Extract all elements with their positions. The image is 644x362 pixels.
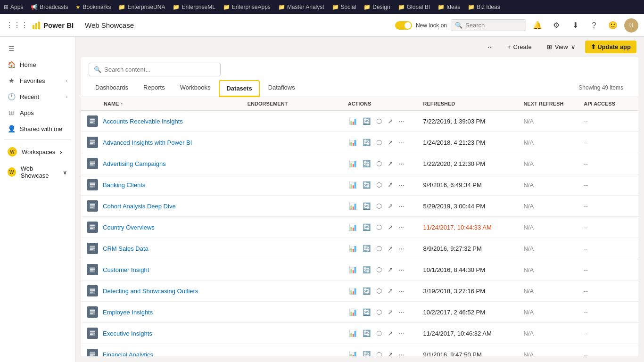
refresh-action-icon[interactable]: 🔄 [362, 159, 372, 168]
tab-datasets[interactable]: Datasets [219, 80, 259, 97]
help-button[interactable]: ? [586, 18, 602, 33]
top-nav-design[interactable]: 📁 Design [363, 4, 390, 10]
user-avatar[interactable]: U [624, 18, 638, 33]
tab-dataflows[interactable]: Dataflows [262, 80, 302, 97]
tab-dashboards[interactable]: Dashboards [89, 80, 135, 97]
analyze-action-icon[interactable]: ⬡ [375, 307, 383, 317]
tab-workbooks[interactable]: Workbooks [173, 80, 217, 97]
dataset-name[interactable]: CRM Sales Data [103, 245, 149, 252]
download-button[interactable]: ⬇ [568, 18, 583, 33]
refresh-action-icon[interactable]: 🔄 [362, 350, 372, 356]
analyze-action-icon[interactable]: ⬡ [375, 244, 383, 253]
refresh-action-icon[interactable]: 🔄 [362, 116, 372, 126]
analytics-action-icon[interactable]: 📊 [348, 116, 358, 126]
dataset-name[interactable]: Country Overviews [103, 224, 155, 231]
header-search-input[interactable] [465, 22, 522, 29]
dataset-name[interactable]: Cohort Analysis Deep Dive [103, 203, 176, 210]
share-action-icon[interactable]: ↗ [387, 138, 394, 147]
share-action-icon[interactable]: ↗ [387, 286, 394, 296]
notifications-button[interactable]: 🔔 [530, 18, 545, 33]
col-header-api-access[interactable]: API ACCESS [578, 97, 638, 111]
dataset-name[interactable]: Detecting and Showcasing Outliers [103, 288, 198, 295]
refresh-action-icon[interactable]: 🔄 [362, 222, 372, 232]
sidebar-item-recent[interactable]: 🕐 Recent › [2, 89, 73, 104]
more-action-icon[interactable]: ··· [398, 180, 405, 189]
sidebar-item-web-showcase[interactable]: W Web Showcase ∨ [2, 161, 73, 183]
analytics-action-icon[interactable]: 📊 [348, 307, 358, 317]
sidebar-item-workspaces[interactable]: W Workspaces › [2, 143, 73, 160]
more-action-icon[interactable]: ··· [398, 116, 405, 126]
analyze-action-icon[interactable]: ⬡ [375, 201, 383, 211]
create-button[interactable]: + Create [502, 41, 537, 53]
content-search-input[interactable] [104, 66, 215, 73]
more-action-icon[interactable]: ··· [398, 350, 405, 356]
analyze-action-icon[interactable]: ⬡ [375, 350, 383, 356]
more-action-icon[interactable]: ··· [398, 286, 405, 296]
emoji-button[interactable]: 🙂 [605, 18, 620, 33]
analyze-action-icon[interactable]: ⬡ [375, 116, 383, 126]
analytics-action-icon[interactable]: 📊 [348, 286, 358, 296]
new-look-toggle[interactable] [395, 21, 412, 30]
dataset-name[interactable]: Accounts Receivable Insights [103, 118, 183, 125]
refresh-action-icon[interactable]: 🔄 [362, 265, 372, 274]
sidebar-item-favorites[interactable]: ★ Favorites › [2, 73, 73, 88]
view-button[interactable]: ⊞ View ∨ [541, 41, 581, 53]
analytics-action-icon[interactable]: 📊 [348, 329, 358, 338]
grid-menu-icon[interactable]: ⋮⋮⋮ [6, 21, 28, 30]
content-search-box[interactable]: 🔍 [89, 63, 221, 76]
analytics-action-icon[interactable]: 📊 [348, 138, 358, 147]
more-action-icon[interactable]: ··· [398, 244, 405, 253]
dataset-name[interactable]: Financial Analytics [103, 351, 153, 357]
top-nav-enterprisedna[interactable]: 📁 EnterpriseDNA [118, 4, 165, 10]
analytics-action-icon[interactable]: 📊 [348, 265, 358, 274]
share-action-icon[interactable]: ↗ [387, 329, 394, 338]
col-header-refreshed[interactable]: REFRESHED [417, 97, 518, 111]
analytics-action-icon[interactable]: 📊 [348, 159, 358, 168]
share-action-icon[interactable]: ↗ [387, 265, 394, 274]
analyze-action-icon[interactable]: ⬡ [375, 286, 383, 296]
dataset-name[interactable]: Customer Insight [103, 266, 149, 273]
col-header-actions[interactable]: ACTIONS [342, 97, 418, 111]
top-nav-social[interactable]: 📁 Social [332, 4, 356, 10]
update-app-button[interactable]: ⬆ Update app [585, 41, 636, 53]
dataset-name[interactable]: Executive Insights [103, 330, 152, 337]
top-nav-masteranalyst[interactable]: 📁 Master Analyst [278, 4, 324, 10]
top-nav-bizideas[interactable]: 📁 Biz Ideas [468, 4, 500, 10]
dataset-name[interactable]: Banking Clients [103, 181, 145, 189]
analytics-action-icon[interactable]: 📊 [348, 222, 358, 232]
share-action-icon[interactable]: ↗ [387, 307, 394, 317]
refresh-action-icon[interactable]: 🔄 [362, 244, 372, 253]
share-action-icon[interactable]: ↗ [387, 244, 394, 253]
more-action-icon[interactable]: ··· [398, 201, 405, 211]
refresh-action-icon[interactable]: 🔄 [362, 201, 372, 211]
more-action-icon[interactable]: ··· [398, 138, 405, 147]
dataset-name[interactable]: Advertising Campaigns [103, 160, 166, 167]
dataset-name[interactable]: Employee Insights [103, 309, 153, 316]
analytics-action-icon[interactable]: 📊 [348, 350, 358, 356]
top-nav-ideas[interactable]: 📁 Ideas [438, 4, 460, 10]
header-search-box[interactable]: 🔍 [451, 19, 526, 31]
settings-button[interactable]: ⚙ [549, 18, 564, 33]
analytics-action-icon[interactable]: 📊 [348, 201, 358, 211]
refresh-action-icon[interactable]: 🔄 [362, 138, 372, 147]
more-options-button[interactable]: ··· [482, 41, 499, 53]
col-header-name[interactable]: NAME ↑ [81, 97, 242, 111]
analyze-action-icon[interactable]: ⬡ [375, 138, 383, 147]
top-nav-broadcasts[interactable]: 📢 Broadcasts [31, 4, 68, 10]
share-action-icon[interactable]: ↗ [387, 180, 394, 189]
col-header-next-refresh[interactable]: NEXT REFRESH [518, 97, 578, 111]
more-action-icon[interactable]: ··· [398, 307, 405, 317]
analyze-action-icon[interactable]: ⬡ [375, 159, 383, 168]
more-action-icon[interactable]: ··· [398, 159, 405, 168]
share-action-icon[interactable]: ↗ [387, 222, 394, 232]
analyze-action-icon[interactable]: ⬡ [375, 329, 383, 338]
analyze-action-icon[interactable]: ⬡ [375, 265, 383, 274]
share-action-icon[interactable]: ↗ [387, 159, 394, 168]
sidebar-item-collapse[interactable]: ☰ [2, 41, 73, 56]
more-action-icon[interactable]: ··· [398, 265, 405, 274]
refresh-action-icon[interactable]: 🔄 [362, 329, 372, 338]
analytics-action-icon[interactable]: 📊 [348, 180, 358, 189]
sidebar-item-home[interactable]: 🏠 Home [2, 57, 73, 72]
share-action-icon[interactable]: ↗ [387, 116, 394, 126]
sidebar-item-shared[interactable]: 👤 Shared with me [2, 121, 73, 136]
